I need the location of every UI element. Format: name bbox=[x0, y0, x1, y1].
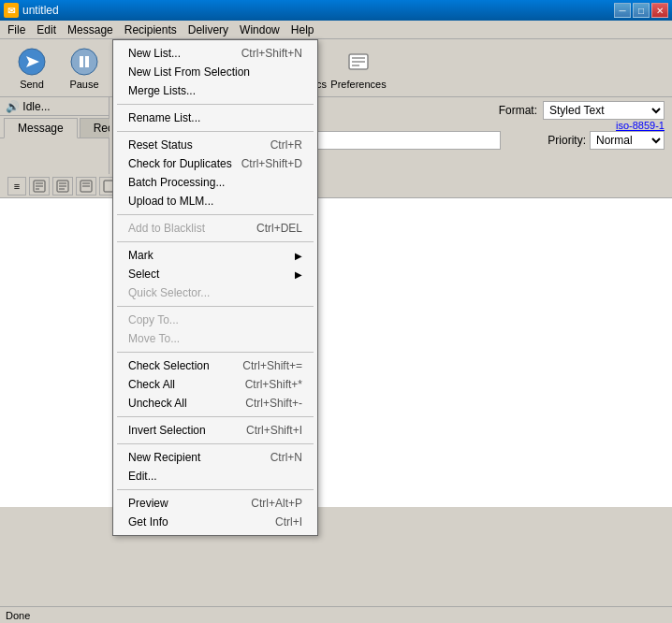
menu-sep-4 bbox=[117, 241, 314, 242]
menu-item-mark[interactable]: Mark ▶ bbox=[113, 246, 317, 265]
menu-section-5: Mark ▶ Select ▶ Quick Selector... bbox=[113, 244, 317, 304]
title-bar: ✉ untitled ─ □ ✕ bbox=[0, 0, 672, 21]
menu-sep-2 bbox=[117, 131, 314, 132]
app-icon: ✉ bbox=[4, 3, 19, 18]
window-title: untitled bbox=[22, 4, 59, 17]
menu-sep-5 bbox=[117, 306, 314, 307]
title-bar-left: ✉ untitled bbox=[4, 3, 59, 18]
editor-btn-1[interactable] bbox=[29, 177, 50, 196]
menu-item-check-duplicates[interactable]: Check for Duplicates Ctrl+Shift+D bbox=[113, 154, 317, 173]
editor-btn-2[interactable] bbox=[52, 177, 73, 196]
send-icon bbox=[17, 47, 47, 77]
pause-label: Pause bbox=[69, 79, 98, 90]
menu-section-6: Copy To... Move To... bbox=[113, 309, 317, 350]
menu-recipients[interactable]: Recipients bbox=[119, 22, 183, 38]
content-area[interactable] bbox=[0, 198, 672, 507]
svg-rect-17 bbox=[352, 61, 365, 63]
menu-sep-9 bbox=[117, 489, 314, 490]
close-button[interactable]: ✕ bbox=[651, 3, 668, 18]
menu-section-7: Check Selection Ctrl+Shift+= Check All C… bbox=[113, 355, 317, 414]
svg-point-2 bbox=[71, 49, 97, 75]
send-label: Send bbox=[20, 79, 44, 90]
idle-bar: 🔊 Idle... bbox=[0, 97, 109, 116]
tab-message[interactable]: Message bbox=[4, 118, 78, 138]
status-bar: Done bbox=[0, 606, 672, 623]
menu-sep-1 bbox=[117, 104, 314, 105]
menu-section-9: New Recipient Ctrl+N Edit... bbox=[113, 446, 317, 487]
menu-item-invert-selection[interactable]: Invert Selection Ctrl+Shift+I bbox=[113, 421, 317, 440]
svg-rect-16 bbox=[352, 57, 365, 59]
editor-btn-3[interactable] bbox=[76, 177, 96, 196]
menu-sep-3 bbox=[117, 214, 314, 215]
menu-help[interactable]: Help bbox=[285, 22, 320, 38]
preferences-button[interactable]: Preferences bbox=[334, 43, 383, 94]
menu-item-add-blacklist[interactable]: Add to Blacklist Ctrl+DEL bbox=[113, 219, 317, 238]
menu-item-get-info[interactable]: Get Info Ctrl+I bbox=[113, 513, 317, 531]
idle-text: 🔊 Idle... bbox=[6, 100, 51, 113]
svg-rect-3 bbox=[80, 56, 83, 67]
svg-rect-4 bbox=[85, 56, 89, 67]
menu-sep-7 bbox=[117, 416, 314, 417]
preferences-icon bbox=[343, 47, 373, 77]
pause-icon bbox=[69, 47, 99, 77]
menu-item-new-list[interactable]: New List... Ctrl+Shift+N bbox=[113, 44, 317, 63]
menu-item-merge-lists[interactable]: Merge Lists... bbox=[113, 81, 317, 100]
recipients-dropdown-menu: New List... Ctrl+Shift+N New List From S… bbox=[112, 39, 318, 536]
menu-section-8: Invert Selection Ctrl+Shift+I bbox=[113, 419, 317, 442]
maximize-button[interactable]: □ bbox=[633, 3, 650, 18]
format-select[interactable]: Styled Text bbox=[543, 101, 665, 120]
format-label: Format: bbox=[499, 104, 537, 117]
editor-toolbar: ≡ Lists B Font 📄 ▼ bbox=[0, 174, 672, 198]
menu-item-new-recipient[interactable]: New Recipient Ctrl+N bbox=[113, 448, 317, 467]
pause-button[interactable]: Pause bbox=[60, 43, 109, 94]
menu-section-4: Add to Blacklist Ctrl+DEL bbox=[113, 217, 317, 239]
menu-item-edit[interactable]: Edit... bbox=[113, 467, 317, 485]
menu-item-batch-processing[interactable]: Batch Processing... bbox=[113, 173, 317, 192]
toolbar: Send Pause Stop bbox=[0, 39, 672, 97]
menu-sep-8 bbox=[117, 443, 314, 444]
title-buttons: ─ □ ✕ bbox=[614, 3, 668, 18]
list-icon-btn[interactable]: ≡ bbox=[7, 177, 26, 196]
menu-section-10: Preview Ctrl+Alt+P Get Info Ctrl+I bbox=[113, 492, 317, 533]
status-text: Done bbox=[6, 610, 30, 621]
priority-label: Priority: bbox=[511, 134, 586, 147]
menu-item-quick-selector[interactable]: Quick Selector... bbox=[113, 283, 317, 302]
menu-sep-6 bbox=[117, 352, 314, 353]
menu-item-new-list-from-selection[interactable]: New List From Selection bbox=[113, 63, 317, 81]
minimize-button[interactable]: ─ bbox=[614, 3, 631, 18]
menu-window[interactable]: Window bbox=[234, 22, 285, 38]
menu-item-copy-to[interactable]: Copy To... bbox=[113, 311, 317, 329]
svg-rect-18 bbox=[352, 65, 359, 66]
menu-item-preview[interactable]: Preview Ctrl+Alt+P bbox=[113, 494, 317, 513]
msg-tabs: Message Recipients bbox=[0, 116, 109, 138]
menu-section-1: New List... Ctrl+Shift+N New List From S… bbox=[113, 42, 317, 102]
left-panel: 🔊 Idle... Message Recipients bbox=[0, 97, 110, 174]
menu-delivery[interactable]: Delivery bbox=[183, 22, 234, 38]
menu-edit[interactable]: Edit bbox=[31, 22, 62, 38]
menu-item-uncheck-all[interactable]: Uncheck All Ctrl+Shift+- bbox=[113, 394, 317, 413]
menu-item-move-to[interactable]: Move To... bbox=[113, 329, 317, 348]
menu-section-2: Rename List... bbox=[113, 107, 317, 129]
menu-bar: File Edit Message Recipients Delivery Wi… bbox=[0, 21, 672, 39]
menu-item-reset-status[interactable]: Reset Status Ctrl+R bbox=[113, 136, 317, 154]
menu-item-check-all[interactable]: Check All Ctrl+Shift+* bbox=[113, 375, 317, 394]
send-button[interactable]: Send bbox=[7, 43, 56, 94]
menu-message[interactable]: Message bbox=[62, 22, 119, 38]
priority-select[interactable]: Normal bbox=[590, 131, 665, 150]
menu-file[interactable]: File bbox=[2, 22, 31, 38]
menu-item-check-selection[interactable]: Check Selection Ctrl+Shift+= bbox=[113, 356, 317, 375]
menu-item-rename-list[interactable]: Rename List... bbox=[113, 109, 317, 127]
menu-item-upload-mlm[interactable]: Upload to MLM... bbox=[113, 192, 317, 210]
preferences-label: Preferences bbox=[330, 79, 386, 90]
menu-section-3: Reset Status Ctrl+R Check for Duplicates… bbox=[113, 134, 317, 212]
menu-item-select[interactable]: Select ▶ bbox=[113, 265, 317, 283]
idle-and-content: 🔊 Idle... Message Recipients Format: Sty… bbox=[0, 97, 672, 174]
